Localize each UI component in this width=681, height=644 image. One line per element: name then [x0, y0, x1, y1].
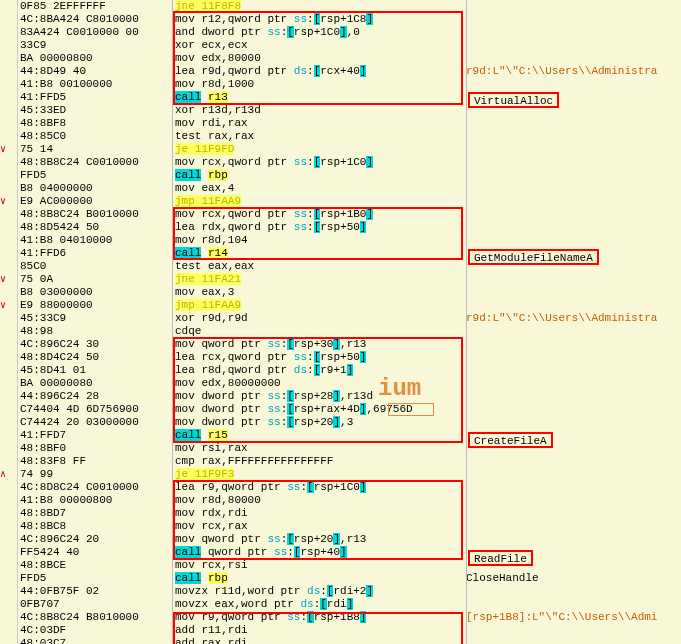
bytes-cell: 48:85C0: [20, 130, 173, 143]
bytes-cell: 48:83F8 FF: [20, 455, 173, 468]
comment-cell: [466, 195, 681, 208]
asm-cell: movzx eax,word ptr ds:[rdi]: [175, 598, 466, 611]
bytes-cell: 48:8B8C24 B0010000: [20, 208, 173, 221]
asm-cell: mov rcx,qword ptr ss:[rsp+1C0]: [175, 156, 466, 169]
asm-cell: lea r8d,qword ptr ds:[r9+1]: [175, 364, 466, 377]
asm-cell: xor ecx,ecx: [175, 39, 466, 52]
asm-cell: xor r13d,r13d: [175, 104, 466, 117]
bytes-cell: 45:33ED: [20, 104, 173, 117]
asm-cell: mov rcx,qword ptr ss:[rsp+1B0]: [175, 208, 466, 221]
asm-cell: jne 11FA21: [175, 273, 466, 286]
bytes-cell: BA 00000080: [20, 377, 173, 390]
bytes-cell: 4C:896C24 30: [20, 338, 173, 351]
jump-arrow: [0, 351, 17, 364]
bytes-cell: 48:8BF0: [20, 442, 173, 455]
asm-cell: mov dword ptr ss:[rsp+28],r13d: [175, 390, 466, 403]
jump-arrow: [0, 559, 17, 572]
jump-arrow: [0, 312, 17, 325]
comment-cell: [466, 234, 681, 247]
bytes-cell: 41:FFD6: [20, 247, 173, 260]
comment-cell: [466, 481, 681, 494]
comment-cell: [466, 0, 681, 13]
asm-cell: lea rcx,qword ptr ss:[rsp+50]: [175, 351, 466, 364]
comment-cell: [466, 494, 681, 507]
jump-arrow: [0, 39, 17, 52]
bytes-cell: 41:B8 00000800: [20, 494, 173, 507]
comments-column: r9d:L"\"C:\\Users\\Administrar9d:L"\"C:\…: [466, 0, 681, 644]
asm-cell: add rax,rdi: [175, 637, 466, 644]
jump-arrow: [0, 169, 17, 182]
comment-cell: [466, 299, 681, 312]
jump-arrow: [0, 221, 17, 234]
asm-cell: cmp rax,FFFFFFFFFFFFFFFF: [175, 455, 466, 468]
asm-cell: add r11,rdi: [175, 624, 466, 637]
jump-arrow: [0, 104, 17, 117]
comment-cell: [466, 273, 681, 286]
comment-cell: [466, 208, 681, 221]
comment-cell: [466, 520, 681, 533]
jump-arrow: [0, 637, 17, 644]
jump-arrow-gutter: ∨∨∨∨∧∨: [0, 0, 18, 644]
comment-cell: [466, 130, 681, 143]
bytes-cell: 48:8D4C24 50: [20, 351, 173, 364]
comment-cell: [466, 637, 681, 644]
asm-cell: mov dword ptr ss:[rsp+rax+4D],69756D: [175, 403, 466, 416]
comment-cell: [466, 416, 681, 429]
comment-cell: [466, 403, 681, 416]
jump-arrow: ∨: [0, 143, 17, 156]
comment-cell: [rsp+1B8]:L"\"C:\\Users\\Admi: [466, 611, 681, 624]
jump-arrow: ∨: [0, 273, 17, 286]
comment-cell: [466, 598, 681, 611]
jump-arrow: [0, 533, 17, 546]
jump-arrow: [0, 364, 17, 377]
bytes-cell: 4C:8B8C24 B8010000: [20, 611, 173, 624]
asm-cell: mov rdi,rax: [175, 117, 466, 130]
jump-arrow: [0, 494, 17, 507]
bytes-cell: C74424 20 03000000: [20, 416, 173, 429]
comment-cell: CloseHandle: [466, 572, 681, 585]
bytes-cell: 48:03C7: [20, 637, 173, 644]
jump-arrow: [0, 182, 17, 195]
asm-cell: mov rcx,rax: [175, 520, 466, 533]
asm-cell: call r15: [175, 429, 466, 442]
jump-arrow: [0, 26, 17, 39]
comment-cell: [466, 52, 681, 65]
comment-cell: [466, 325, 681, 338]
bytes-cell: 33C9: [20, 39, 173, 52]
jump-arrow: [0, 247, 17, 260]
asm-cell: call rbp: [175, 572, 466, 585]
jump-arrow: [0, 117, 17, 130]
comment-cell: [466, 624, 681, 637]
asm-cell: call r13: [175, 91, 466, 104]
comment-cell: [466, 364, 681, 377]
asm-cell: mov edx,80000000: [175, 377, 466, 390]
api-label: VirtualAlloc: [468, 92, 559, 108]
comment-cell: [466, 455, 681, 468]
jump-arrow: [0, 520, 17, 533]
asm-cell: call r14: [175, 247, 466, 260]
jump-arrow: [0, 390, 17, 403]
asm-cell: mov dword ptr ss:[rsp+20],3: [175, 416, 466, 429]
asm-cell: mov edx,80000: [175, 52, 466, 65]
bytes-cell: 83A424 C0010000 00: [20, 26, 173, 39]
bytes-cell: 4C:8D8C24 C0010000: [20, 481, 173, 494]
comment-cell: r9d:L"\"C:\\Users\\Administra: [466, 312, 681, 325]
asm-cell: test rax,rax: [175, 130, 466, 143]
jump-arrow: [0, 585, 17, 598]
jump-arrow: [0, 416, 17, 429]
asm-cell: test eax,eax: [175, 260, 466, 273]
bytes-cell: 4C:03DF: [20, 624, 173, 637]
jump-arrow: [0, 78, 17, 91]
comment-cell: [466, 351, 681, 364]
jump-arrow: ∨: [0, 195, 17, 208]
asm-cell: movzx r11d,word ptr ds:[rdi+2]: [175, 585, 466, 598]
bytes-column: 0F85 2EFFFFFF4C:8BA424 C801000083A424 C0…: [18, 0, 173, 644]
bytes-cell: 44:8D49 40: [20, 65, 173, 78]
asm-cell: call qword ptr ss:[rsp+40]: [175, 546, 466, 559]
jump-arrow: [0, 546, 17, 559]
asm-cell: mov r12,qword ptr ss:[rsp+1C8]: [175, 13, 466, 26]
jump-arrow: [0, 234, 17, 247]
bytes-cell: 48:8BF8: [20, 117, 173, 130]
asm-cell: cdqe: [175, 325, 466, 338]
comment-cell: [466, 156, 681, 169]
